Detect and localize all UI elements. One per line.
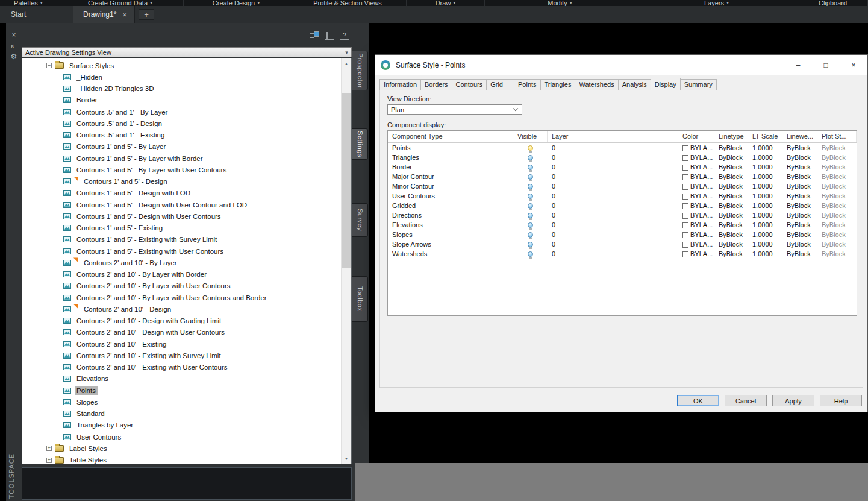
- ok-button[interactable]: OK: [677, 395, 719, 406]
- table-row[interactable]: Watersheds 0 BYLA... ByBlock 1.0000 ByBl…: [388, 249, 857, 259]
- dialog-tab-grid[interactable]: Grid: [487, 79, 514, 90]
- scrollbar-thumb[interactable]: [342, 93, 351, 268]
- tree-item[interactable]: Contours 2' and 10' - By Layer with User…: [22, 280, 341, 292]
- table-row[interactable]: Slopes 0 BYLA... ByBlock 1.0000 ByBlock …: [388, 230, 857, 239]
- lineweight-cell[interactable]: ByBlock: [782, 231, 817, 238]
- tree-item[interactable]: Contours 1' and 5' - Design: [22, 176, 341, 187]
- layer-cell[interactable]: 0: [548, 183, 678, 190]
- visibility-bulb-icon[interactable]: [528, 213, 533, 218]
- lineweight-cell[interactable]: ByBlock: [782, 173, 817, 180]
- tree-expand-icon[interactable]: −: [46, 63, 52, 68]
- tree-expand-icon[interactable]: +: [46, 446, 52, 451]
- visibility-bulb-icon[interactable]: [528, 194, 533, 199]
- lineweight-cell[interactable]: ByBlock: [782, 144, 817, 151]
- layer-cell[interactable]: 0: [548, 221, 678, 228]
- tree-item[interactable]: Contours 2' and 10' - By Layer: [22, 257, 341, 268]
- help-icon[interactable]: ?: [340, 31, 349, 40]
- color-cell[interactable]: BYLA...: [678, 192, 714, 200]
- lt-scale-cell[interactable]: 1.0000: [748, 202, 782, 209]
- ribbon-panel-layers[interactable]: Layers ▾: [635, 0, 798, 6]
- ribbon-panel-palettes[interactable]: Palettes ▾: [0, 0, 57, 6]
- new-drawing-button[interactable]: +: [139, 9, 154, 20]
- color-cell[interactable]: BYLA...: [678, 154, 714, 161]
- visibility-bulb-icon[interactable]: [528, 165, 533, 170]
- tree-item[interactable]: Contours 1' and 5' - Design with User Co…: [22, 199, 341, 210]
- table-column-header[interactable]: Plot St...: [817, 131, 857, 142]
- layer-cell[interactable]: 0: [548, 173, 678, 180]
- auto-hide-pin-icon[interactable]: ⇤: [6, 42, 22, 50]
- dialog-tab-information[interactable]: Information: [379, 79, 421, 90]
- close-icon[interactable]: ×: [6, 31, 22, 39]
- dialog-tab-analysis[interactable]: Analysis: [619, 79, 651, 90]
- ribbon-panel-profile-section-views[interactable]: Profile & Section Views: [289, 0, 407, 6]
- tree-item[interactable]: Contours 2' and 10' - Existing with User…: [22, 362, 341, 373]
- linetype-cell[interactable]: ByBlock: [714, 154, 748, 161]
- color-cell[interactable]: BYLA...: [678, 231, 714, 238]
- layer-cell[interactable]: 0: [548, 212, 678, 219]
- settings-view-selector[interactable]: Active Drawing Settings View ▾: [22, 47, 352, 57]
- minimize-icon[interactable]: –: [784, 55, 812, 75]
- ribbon-panel-clipboard[interactable]: Clipboard: [798, 0, 868, 6]
- tree-item[interactable]: + Table Styles: [22, 455, 341, 464]
- lineweight-cell[interactable]: ByBlock: [782, 212, 817, 219]
- dialog-tab-watersheds[interactable]: Watersheds: [575, 79, 618, 90]
- tree-item[interactable]: _Hidden: [22, 71, 341, 83]
- tree-item[interactable]: Contours 2' and 10' - By Layer with User…: [22, 292, 341, 303]
- linetype-cell[interactable]: ByBlock: [714, 163, 748, 171]
- tree-item[interactable]: Contours 1' and 5' - Existing with User …: [22, 245, 341, 257]
- item-view-orientation-icon[interactable]: [310, 31, 319, 40]
- toolspace-tab-toolbox[interactable]: Toolbox: [352, 276, 368, 322]
- linetype-cell[interactable]: ByBlock: [714, 144, 748, 151]
- visibility-bulb-icon[interactable]: [528, 203, 533, 209]
- close-icon[interactable]: ×: [122, 10, 127, 19]
- linetype-cell[interactable]: ByBlock: [714, 221, 748, 228]
- tree-scrollbar[interactable]: ▲ ▼: [341, 58, 351, 464]
- visibility-bulb-icon[interactable]: [528, 145, 533, 151]
- tree-item[interactable]: Contours 1' and 5' - Existing: [22, 222, 341, 234]
- ribbon-panel-draw[interactable]: Draw ▾: [407, 0, 485, 6]
- tree-item[interactable]: Contours .5' and 1' - Existing: [22, 130, 341, 141]
- tree-item[interactable]: Contours 1' and 5' - By Layer with User …: [22, 164, 341, 175]
- table-column-header[interactable]: Linetype: [714, 131, 748, 142]
- table-column-header[interactable]: Layer: [548, 131, 678, 142]
- tree-item[interactable]: Elevations: [22, 373, 341, 385]
- tab-drawing1[interactable]: Drawing1* ×: [73, 6, 135, 23]
- tree-item[interactable]: Contours 2' and 10' - Existing with Surv…: [22, 350, 341, 361]
- lineweight-cell[interactable]: ByBlock: [782, 250, 817, 257]
- lt-scale-cell[interactable]: 1.0000: [748, 163, 782, 171]
- lineweight-cell[interactable]: ByBlock: [782, 221, 817, 228]
- tree-item[interactable]: Contours 2' and 10' - Existing: [22, 338, 341, 350]
- lt-scale-cell[interactable]: 1.0000: [748, 221, 782, 228]
- linetype-cell[interactable]: ByBlock: [714, 183, 748, 190]
- tree-item[interactable]: + Label Styles: [22, 443, 341, 454]
- ribbon-panel-modify[interactable]: Modify ▾: [485, 0, 635, 6]
- gear-icon[interactable]: ⚙: [6, 52, 22, 61]
- table-row[interactable]: Directions 0 BYLA... ByBlock 1.0000 ByBl…: [388, 210, 857, 220]
- visibility-bulb-icon[interactable]: [528, 251, 533, 257]
- layer-cell[interactable]: 0: [548, 202, 678, 209]
- toolspace-tab-prospector[interactable]: Prospector: [352, 51, 368, 90]
- tree-item[interactable]: Contours .5' and 1' - Design: [22, 118, 341, 129]
- layer-cell[interactable]: 0: [548, 154, 678, 161]
- visibility-bulb-icon[interactable]: [528, 232, 533, 238]
- ribbon-panel-create-design[interactable]: Create Design ▾: [184, 0, 289, 6]
- color-cell[interactable]: BYLA...: [678, 183, 714, 190]
- lt-scale-cell[interactable]: 1.0000: [748, 144, 782, 151]
- table-row[interactable]: Minor Contour 0 BYLA... ByBlock 1.0000 B…: [388, 181, 857, 191]
- dialog-titlebar[interactable]: Surface Style - Points – □ ×: [375, 55, 867, 75]
- view-direction-select[interactable]: Plan: [387, 104, 522, 115]
- tree-item[interactable]: Contours 1' and 5' - Existing with Surve…: [22, 234, 341, 245]
- color-cell[interactable]: BYLA...: [678, 173, 714, 180]
- tree-item[interactable]: Contours 2' and 10' - By Layer with Bord…: [22, 269, 341, 280]
- dialog-tab-borders[interactable]: Borders: [421, 79, 452, 90]
- layer-cell[interactable]: 0: [548, 144, 678, 151]
- layer-cell[interactable]: 0: [548, 241, 678, 248]
- table-row[interactable]: Points 0 BYLA... ByBlock 1.0000 ByBlock …: [388, 143, 857, 153]
- drawing-canvas[interactable]: [355, 463, 868, 501]
- tree-item[interactable]: Contours .5' and 1' - By Layer: [22, 106, 341, 118]
- table-column-header[interactable]: Visible: [513, 131, 548, 142]
- help-button[interactable]: Help: [820, 395, 862, 406]
- table-row[interactable]: Triangles 0 BYLA... ByBlock 1.0000 ByBlo…: [388, 153, 857, 162]
- preview-toggle-icon[interactable]: [325, 31, 334, 40]
- dialog-tab-points[interactable]: Points: [514, 79, 541, 90]
